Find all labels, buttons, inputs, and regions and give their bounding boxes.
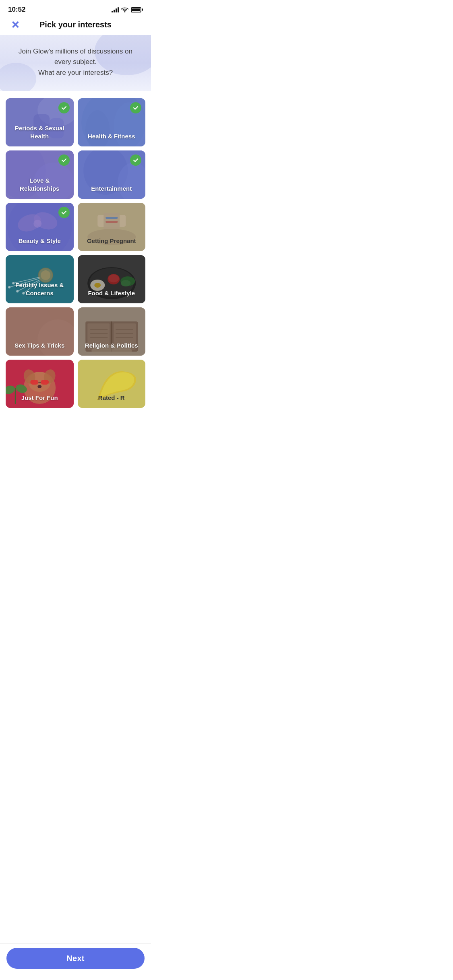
card-label-religion: Religion & Politics [81, 342, 142, 356]
card-label-health: Health & Fitness [84, 132, 139, 147]
card-beauty[interactable]: Beauty & Style [6, 203, 74, 251]
card-label-getting-pregnant: Getting Pregnant [83, 237, 140, 251]
card-rated-r[interactable]: Rated - R [78, 360, 146, 408]
check-badge [58, 154, 70, 166]
card-label-love: Love & Relationships [6, 177, 74, 199]
card-fertility[interactable]: Fertility Issues & Concerns [6, 255, 74, 303]
status-icons [112, 7, 143, 12]
header: ✕ Pick your interests [0, 17, 151, 35]
card-label-fertility: Fertility Issues & Concerns [6, 281, 74, 303]
card-label-fun: Just For Fun [17, 394, 62, 408]
card-religion[interactable]: Religion & Politics [78, 307, 146, 356]
check-badge [58, 207, 70, 218]
card-label-beauty: Beauty & Style [14, 237, 65, 251]
battery-icon [131, 7, 143, 12]
card-health[interactable]: Health & Fitness [78, 98, 146, 146]
card-love[interactable]: Love & Relationships [6, 150, 74, 199]
card-label-periods: Periods & Sexual Health [6, 124, 74, 146]
interest-grid: Periods & Sexual Health Health & Fitness [0, 91, 151, 448]
card-label-food: Food & Lifestyle [84, 289, 139, 304]
card-periods[interactable]: Periods & Sexual Health [6, 98, 74, 146]
check-badge [130, 102, 141, 113]
card-label-rated: Rated - R [94, 394, 129, 408]
status-bar: 10:52 [0, 0, 151, 17]
card-label-entertainment: Entertainment [87, 185, 136, 199]
page-title: Pick your interests [39, 20, 112, 29]
status-time: 10:52 [8, 6, 25, 14]
close-button[interactable]: ✕ [8, 18, 23, 32]
check-badge [58, 102, 70, 113]
signal-icon [112, 7, 119, 12]
hero-text: Join Glow's millions of discussions onev… [12, 46, 139, 78]
wifi-icon [121, 7, 128, 12]
check-badge [130, 154, 141, 166]
card-sex-tips[interactable]: Sex Tips & Tricks [6, 307, 74, 356]
card-food[interactable]: Food & Lifestyle [78, 255, 146, 303]
hero-section: Join Glow's millions of discussions onev… [0, 35, 151, 91]
close-icon: ✕ [11, 20, 20, 30]
card-fun[interactable]: Just For Fun [6, 360, 74, 408]
card-getting-pregnant[interactable]: Getting Pregnant [78, 203, 146, 251]
card-entertainment[interactable]: Entertainment [78, 150, 146, 199]
card-label-sex-tips: Sex Tips & Tricks [10, 342, 68, 356]
